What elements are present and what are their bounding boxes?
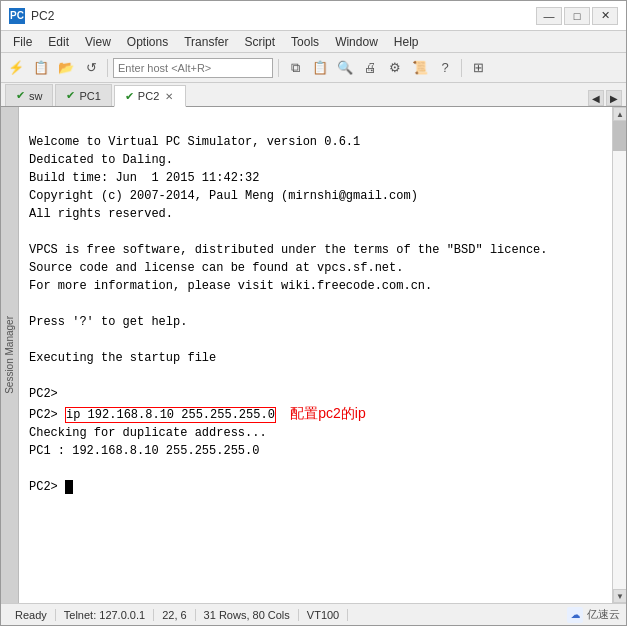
toolbar-copy-icon[interactable]: ⧉	[284, 57, 306, 79]
tabs-next-button[interactable]: ▶	[606, 90, 622, 106]
menu-window[interactable]: Window	[327, 33, 386, 51]
toolbar-separator-1	[107, 59, 108, 77]
toolbar: ⚡ 📋 📂 ↺ ⧉ 📋 🔍 🖨 ⚙ 📜 ? ⊞	[1, 53, 626, 83]
toolbar-lightning-icon[interactable]: ⚡	[5, 57, 27, 79]
tab-pc1-check-icon: ✔	[66, 89, 75, 102]
toolbar-script-icon[interactable]: 📜	[409, 57, 431, 79]
toolbar-extra-icon[interactable]: ⊞	[467, 57, 489, 79]
toolbar-print-icon[interactable]: 🖨	[359, 57, 381, 79]
tabs-bar: ✔ sw ✔ PC1 ✔ PC2 ✕ ◀ ▶	[1, 83, 626, 107]
scroll-track	[613, 121, 626, 589]
menu-transfer[interactable]: Transfer	[176, 33, 236, 51]
terminal-scrollbar: ▲ ▼	[612, 107, 626, 603]
toolbar-refresh-icon[interactable]: ↺	[80, 57, 102, 79]
toolbar-search-icon[interactable]: 🔍	[334, 57, 356, 79]
menu-file[interactable]: File	[5, 33, 40, 51]
tabs-prev-button[interactable]: ◀	[588, 90, 604, 106]
toolbar-help-icon[interactable]: ?	[434, 57, 456, 79]
menu-options[interactable]: Options	[119, 33, 176, 51]
status-telnet: Telnet: 127.0.0.1	[56, 609, 154, 621]
scroll-thumb[interactable]	[613, 121, 626, 151]
menu-tools[interactable]: Tools	[283, 33, 327, 51]
close-button[interactable]: ✕	[592, 7, 618, 25]
tab-pc2-close-icon[interactable]: ✕	[163, 90, 175, 102]
app-icon: PC	[9, 8, 25, 24]
toolbar-separator-3	[461, 59, 462, 77]
terminal-container: Welcome to Virtual PC Simulator, version…	[19, 107, 626, 603]
brand-name: 亿速云	[587, 607, 620, 622]
toolbar-open-icon[interactable]: 📂	[55, 57, 77, 79]
tab-sw[interactable]: ✔ sw	[5, 84, 53, 106]
menu-bar: File Edit View Options Transfer Script T…	[1, 31, 626, 53]
toolbar-paste-icon[interactable]: 📋	[309, 57, 331, 79]
menu-script[interactable]: Script	[236, 33, 283, 51]
tab-pc1-label: PC1	[79, 90, 100, 102]
tab-sw-label: sw	[29, 90, 42, 102]
session-manager-label: Session Manager	[1, 107, 19, 603]
menu-edit[interactable]: Edit	[40, 33, 77, 51]
tab-pc2-check-icon: ✔	[125, 90, 134, 103]
brand-area: ☁ 亿速云	[567, 607, 620, 623]
status-dimensions: 31 Rows, 80 Cols	[196, 609, 299, 621]
main-area: Session Manager Welcome to Virtual PC Si…	[1, 107, 626, 603]
tabs-navigation: ◀ ▶	[588, 90, 622, 106]
minimize-button[interactable]: —	[536, 7, 562, 25]
main-window: PC PC2 — □ ✕ File Edit View Options Tran…	[0, 0, 627, 626]
terminal-cursor	[65, 480, 73, 494]
maximize-button[interactable]: □	[564, 7, 590, 25]
scroll-up-button[interactable]: ▲	[613, 107, 626, 121]
status-ready: Ready	[7, 609, 56, 621]
terminal[interactable]: Welcome to Virtual PC Simulator, version…	[19, 107, 612, 603]
title-bar: PC PC2 — □ ✕	[1, 1, 626, 31]
window-title: PC2	[31, 9, 536, 23]
toolbar-new-icon[interactable]: 📋	[30, 57, 52, 79]
status-bar: Ready Telnet: 127.0.0.1 22, 6 31 Rows, 8…	[1, 603, 626, 625]
menu-help[interactable]: Help	[386, 33, 427, 51]
toolbar-settings-icon[interactable]: ⚙	[384, 57, 406, 79]
tab-pc2-label: PC2	[138, 90, 159, 102]
tab-pc2[interactable]: ✔ PC2 ✕	[114, 85, 186, 107]
toolbar-separator-2	[278, 59, 279, 77]
ip-command-highlight: ip 192.168.8.10 255.255.255.0	[65, 407, 276, 423]
status-encoding: VT100	[299, 609, 348, 621]
tab-sw-check-icon: ✔	[16, 89, 25, 102]
brand-icon: ☁	[567, 607, 583, 623]
terminal-content: Welcome to Virtual PC Simulator, version…	[29, 135, 547, 494]
menu-view[interactable]: View	[77, 33, 119, 51]
session-manager-text: Session Manager	[4, 316, 15, 394]
status-position: 22, 6	[154, 609, 195, 621]
scroll-down-button[interactable]: ▼	[613, 589, 626, 603]
tab-pc1[interactable]: ✔ PC1	[55, 84, 111, 106]
window-controls: — □ ✕	[536, 7, 618, 25]
ip-annotation: 配置pc2的ip	[290, 405, 365, 421]
host-input[interactable]	[113, 58, 273, 78]
